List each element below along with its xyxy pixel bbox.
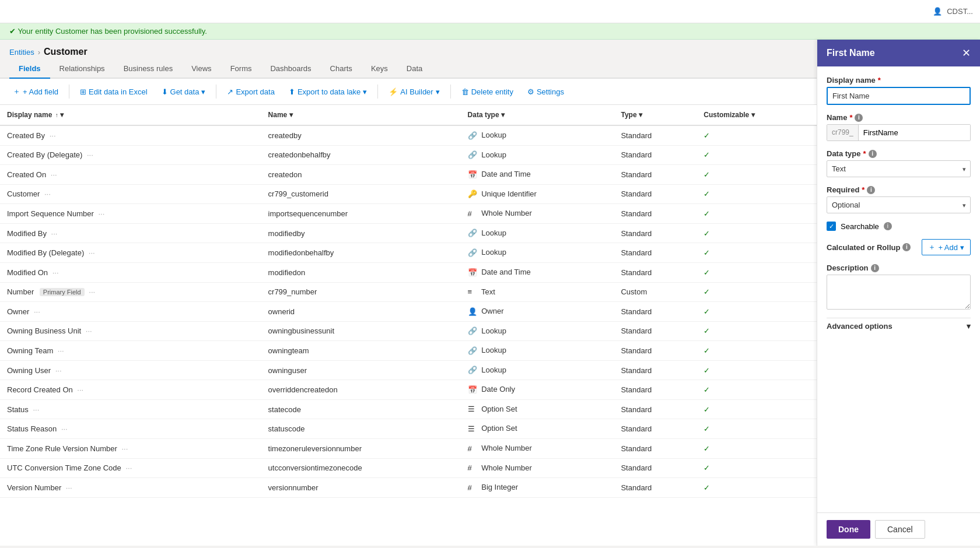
delete-entity-button[interactable]: 🗑 Delete entity — [456, 85, 519, 99]
tab-business-rules[interactable]: Business rules — [114, 59, 183, 79]
cell-data-type: 🔗 Lookup — [461, 341, 614, 361]
required-group: Required * i Optional Business Required … — [827, 185, 971, 213]
row-menu-button[interactable]: ··· — [75, 385, 86, 394]
tab-dashboards[interactable]: Dashboards — [261, 59, 320, 79]
col-data-type[interactable]: Data type ▾ — [461, 105, 614, 125]
ai-builder-button[interactable]: ⚡ AI Builder ▾ — [383, 85, 445, 99]
checkmark-icon: ✓ — [704, 405, 710, 414]
cell-data-type: 📅 Date and Time — [461, 165, 614, 185]
add-calculated-button[interactable]: ＋ + Add ▾ — [922, 239, 971, 255]
row-menu-button[interactable]: ··· — [85, 150, 96, 159]
cell-display-name: Record Created On ··· — [0, 380, 261, 400]
cell-data-type: # Whole Number — [461, 458, 614, 478]
checkmark-icon: ✓ — [704, 248, 710, 257]
panel-close-button[interactable]: ✕ — [962, 47, 971, 59]
row-menu-button[interactable]: ··· — [50, 268, 61, 277]
cell-display-name: Status ··· — [0, 399, 261, 419]
checkmark-icon: ✓ — [704, 268, 710, 277]
row-menu-button[interactable]: ··· — [48, 170, 60, 179]
tab-data[interactable]: Data — [397, 59, 432, 79]
description-info-icon[interactable]: i — [871, 264, 879, 272]
name-input[interactable] — [859, 125, 970, 140]
row-menu-button[interactable]: ··· — [86, 248, 97, 257]
get-data-icon: ⬇ — [162, 87, 168, 96]
row-menu-button[interactable]: ··· — [53, 366, 64, 375]
name-label: Name * i — [827, 113, 971, 122]
data-type-info-icon[interactable]: i — [869, 150, 877, 158]
add-field-button[interactable]: ＋ + Add field — [7, 83, 64, 100]
ai-chevron: ▾ — [436, 87, 440, 96]
row-menu-button[interactable]: ··· — [119, 444, 130, 453]
row-menu-button[interactable]: ··· — [96, 209, 107, 218]
name-info-icon[interactable]: i — [855, 114, 863, 122]
cell-name: owningbusinessunit — [261, 321, 461, 341]
row-menu-button[interactable]: ··· — [83, 326, 94, 335]
row-menu-button[interactable]: ··· — [47, 131, 58, 140]
cell-name: ownerid — [261, 302, 461, 322]
tab-keys[interactable]: Keys — [362, 59, 397, 79]
row-menu-button[interactable]: ··· — [64, 483, 75, 492]
searchable-checkbox[interactable]: ✓ — [827, 222, 836, 231]
cell-data-type: # Whole Number — [461, 439, 614, 459]
checkmark-icon: ✓ — [704, 366, 710, 375]
advanced-options-toggle[interactable]: Advanced options ▾ — [827, 318, 971, 331]
tab-forms[interactable]: Forms — [221, 59, 261, 79]
row-menu-button[interactable]: ··· — [86, 287, 97, 296]
tab-relationships[interactable]: Relationships — [50, 59, 114, 79]
settings-button[interactable]: ⚙ Settings — [522, 85, 570, 99]
done-button[interactable]: Done — [827, 520, 870, 539]
row-menu-button[interactable]: ··· — [59, 424, 70, 433]
row-menu-button[interactable]: ··· — [42, 189, 53, 198]
export-lake-button[interactable]: ⬆ Export to data lake ▾ — [283, 85, 373, 99]
toolbar-separator-2 — [216, 85, 216, 99]
row-menu-button[interactable]: ··· — [55, 346, 66, 355]
name-required: * — [849, 113, 852, 122]
row-menu-button[interactable]: ··· — [123, 463, 134, 472]
panel-footer: Done Cancel — [817, 512, 980, 546]
edit-excel-button[interactable]: ⊞ Edit data in Excel — [74, 85, 153, 99]
cell-name: cr799_number — [261, 282, 461, 302]
data-type-icon: 🔗 — [468, 229, 477, 238]
row-menu-button[interactable]: ··· — [49, 229, 60, 238]
col-customizable[interactable]: Customizable ▾ — [696, 105, 817, 125]
cell-type: Standard — [614, 439, 696, 459]
add-calculated-chevron: ▾ — [960, 243, 964, 252]
cell-type: Standard — [614, 360, 696, 380]
description-textarea[interactable] — [827, 275, 971, 310]
row-menu-button[interactable]: ··· — [32, 307, 43, 316]
cell-data-type: # Whole Number — [461, 204, 614, 224]
col-display-name[interactable]: Display name ↑ ▾ — [0, 105, 261, 125]
data-type-icon: # — [468, 444, 477, 454]
breadcrumb-parent[interactable]: Entities — [9, 48, 34, 57]
calculated-label: Calculated or Rollup i — [827, 243, 911, 252]
tab-bar: Fields Relationships Business rules View… — [0, 59, 817, 79]
cell-display-name: Owning User ··· — [0, 360, 261, 380]
required-select[interactable]: Optional Business Required Business Reco… — [827, 196, 971, 213]
tab-views[interactable]: Views — [182, 59, 220, 79]
required-info-icon[interactable]: i — [867, 186, 875, 194]
data-type-icon: 🔗 — [468, 248, 477, 258]
cell-type: Standard — [614, 419, 696, 439]
cancel-button[interactable]: Cancel — [875, 520, 925, 539]
data-type-icon: 🔑 — [468, 189, 477, 199]
tab-charts[interactable]: Charts — [321, 59, 362, 79]
export-data-button[interactable]: ↗ Export data — [221, 85, 281, 99]
cell-type: Standard — [614, 341, 696, 361]
cell-display-name: Status Reason ··· — [0, 419, 261, 439]
panel-header: First Name ✕ — [817, 40, 980, 66]
data-type-select[interactable]: Text Whole Number Lookup Date and Time O… — [827, 160, 971, 177]
data-type-required: * — [863, 149, 866, 158]
get-data-button[interactable]: ⬇ Get data ▾ — [156, 85, 212, 99]
display-name-input[interactable] — [827, 87, 971, 105]
checkmark-icon: ✓ — [704, 170, 710, 179]
col-name[interactable]: Name ▾ — [261, 105, 461, 125]
calculated-info-icon[interactable]: i — [902, 243, 911, 251]
row-menu-button[interactable]: ··· — [30, 405, 41, 414]
table-row: Status ··· statecode ☰ Option Set Standa… — [0, 399, 817, 419]
tab-fields[interactable]: Fields — [9, 59, 50, 79]
table-row: Owning Team ··· owningteam 🔗 Lookup Stan… — [0, 341, 817, 361]
col-type[interactable]: Type ▾ — [614, 105, 696, 125]
data-type-select-wrapper: Text Whole Number Lookup Date and Time O… — [827, 160, 971, 177]
searchable-info-icon[interactable]: i — [884, 222, 892, 230]
table-row: Owning Business Unit ··· owningbusinessu… — [0, 321, 817, 341]
